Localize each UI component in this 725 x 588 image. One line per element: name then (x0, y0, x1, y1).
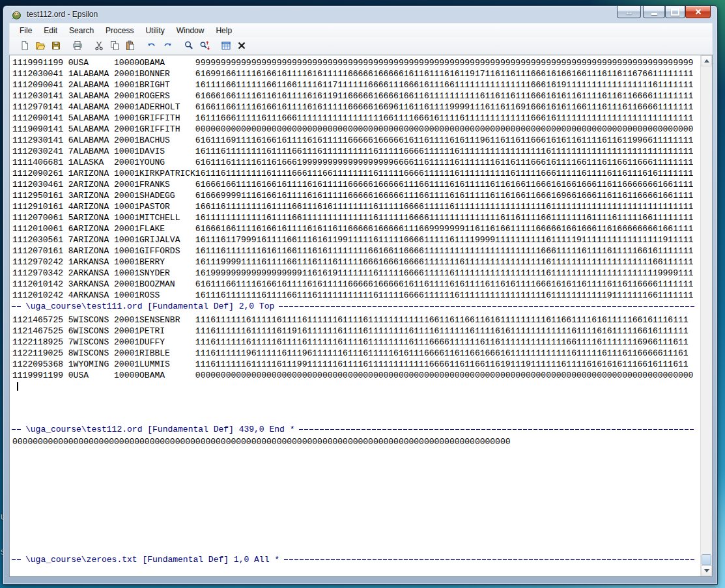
text-line: 1112030241 7ALABAMA 10001DAVIS 161116111… (12, 146, 700, 157)
modeline-dash-fill (299, 429, 694, 430)
buffer-window-zeroes[interactable]: 0000000000000000000000000000000000000000… (10, 435, 700, 554)
horizontal-arrows-icon: ↔ (625, 7, 633, 17)
text-line: 1112070061 5ARIZONA 10001MITCHELL 161111… (12, 212, 700, 223)
modeline-text: \uga_course\test112.ord [Fundamental Def… (25, 424, 294, 435)
undo-button[interactable] (145, 38, 159, 53)
text-line: 1119991199 0USA 10000OBAMA 9999999999999… (12, 57, 700, 68)
vertical-scrollbar[interactable] (700, 55, 712, 576)
menu-search[interactable]: Search (63, 25, 100, 36)
new-document-icon (20, 40, 30, 51)
save-file-button[interactable] (49, 38, 63, 53)
text-line: 1112950161 3ARIZONA 20001SHADEGG 6166699… (12, 190, 700, 201)
redo-button[interactable] (160, 38, 175, 53)
text-line: 1112090261 1ARIZONA 10001KIRKPATRICK1611… (12, 168, 700, 179)
text-line: 1112090041 2ALABAMA 10001BRIGHT 16111166… (12, 79, 700, 91)
copy-button[interactable] (107, 38, 122, 53)
menu-process[interactable]: Process (100, 25, 139, 36)
menu-window[interactable]: Window (171, 25, 210, 36)
buffer-window-test111[interactable]: 1119991199 0USA 10000OBAMA 9999999999999… (10, 55, 700, 301)
cut-icon (94, 40, 104, 51)
close-buffer-button[interactable] (235, 38, 249, 53)
toolbar (9, 37, 713, 55)
find-icon (184, 40, 194, 51)
modeline-dash-fill (284, 559, 694, 560)
resize-toggle-button[interactable]: ↔ (617, 6, 641, 18)
find-next-icon (199, 40, 210, 51)
save-icon (51, 40, 61, 51)
modeline-dash-fill (279, 306, 694, 307)
text-line: 1112030561 7ARIZONA 10001GRIJALVA 161116… (12, 234, 700, 245)
redo-icon (162, 40, 173, 51)
modeline-zeroes: \uga_course\zeroes.txt [Fundamental Def]… (10, 554, 700, 565)
text-line: 1122118925 7WISCONS 20001DUFFY 111611111… (12, 337, 700, 348)
print-icon (72, 40, 83, 51)
text-line: 1112070161 8ARIZONA 10001GIFFORDS 161116… (12, 245, 700, 257)
epsilon-app-icon (11, 9, 21, 20)
editor-panes[interactable]: 1119991199 0USA 10000OBAMA 9999999999999… (10, 55, 700, 576)
text-line: 1112010242 4ARKANSA 10001ROSS 1611161111… (12, 290, 700, 301)
text-line: 1122095368 1WYOMING 20001LUMMIS 11161111… (12, 359, 700, 370)
paste-icon (125, 40, 135, 51)
text-line: 1119090141 5ALABAMA 20001GRIFFITH 000000… (12, 124, 700, 135)
epsilon-window: test112.ord - Epsilon ↔ FileEditSearchPr… (3, 5, 718, 585)
text-line: 1112970242 1ARKANSA 10001BERRY 161119999… (12, 257, 700, 268)
menu-bar: FileEditSearchProcessUtilityWindowHelp (9, 23, 713, 37)
text-line: 1121467525 6WISCONS 20001PETRI 111611111… (12, 326, 700, 337)
text-line: 1119991199 0USA 10000OBAMA 0000000000000… (12, 370, 700, 381)
text-line: 1112010061 6ARIZONA 20001FLAKE 616661661… (12, 223, 700, 234)
cursor-line (12, 381, 700, 392)
modeline-dash (12, 429, 21, 430)
minimize-icon (651, 13, 657, 15)
buffer-window-test112[interactable]: 1121465725 5WISCONS 20001SENSENBR 111611… (10, 312, 700, 424)
editor-area: 1119991199 0USA 10000OBAMA 9999999999999… (9, 55, 713, 577)
modeline-text: \uga_course\zeroes.txt [Fundamental Def]… (25, 554, 279, 565)
text-line: 1112030041 1ALABAMA 20001BONNER 61699166… (12, 68, 700, 79)
text-line: 1112970342 2ARKANSA 10001SNYDER 16199999… (12, 268, 700, 279)
modeline-test112: \uga_course\test112.ord [Fundamental Def… (10, 424, 700, 435)
close-icon (694, 8, 702, 16)
close-x-icon (236, 40, 247, 51)
maximize-icon (671, 8, 679, 16)
arrow-down-icon (704, 569, 709, 572)
text-line: 1121465725 5WISCONS 20001SENSENBR 111611… (12, 315, 700, 326)
text-line: 1112030141 3ALABAMA 20001ROGERS 61666166… (12, 91, 700, 102)
editor-empty-space (10, 565, 700, 576)
modeline-dash (12, 306, 21, 307)
minimize-button[interactable] (643, 6, 665, 18)
undo-icon (147, 40, 157, 51)
cut-button[interactable] (92, 38, 106, 53)
title-bar[interactable]: test112.ord - Epsilon ↔ (3, 6, 717, 23)
maximize-button[interactable] (665, 6, 685, 18)
print-button[interactable] (70, 38, 85, 53)
close-button[interactable] (685, 6, 711, 18)
scroll-up-button[interactable] (701, 55, 712, 66)
open-folder-icon (35, 40, 46, 51)
copy-icon (109, 40, 120, 51)
menu-utility[interactable]: Utility (139, 25, 170, 36)
arrow-up-icon (704, 59, 709, 63)
text-line: 1112090141 5ALABAMA 10001GRIFFITH 161116… (12, 113, 700, 124)
text-line: 1112030461 2ARIZONA 20001FRANKS 61666166… (12, 179, 700, 190)
new-file-button[interactable] (18, 38, 32, 53)
paste-button[interactable] (123, 38, 137, 53)
text-line: 1112010142 3ARKANSA 20001BOOZMAN 6161116… (12, 279, 700, 290)
modeline-dash (12, 559, 21, 560)
scroll-down-button[interactable] (701, 565, 712, 576)
text-line: 1111406681 1ALASKA 20001YOUNG 6161116111… (12, 157, 700, 168)
modeline-text: \uga_course\test111.ord [Fundamental Def… (25, 301, 274, 312)
open-file-button[interactable] (33, 38, 48, 53)
buffer-list-icon (221, 40, 231, 51)
buffer-list-button[interactable] (219, 38, 233, 53)
text-line: 0000000000000000000000000000000000000000… (12, 436, 700, 447)
find-next-button[interactable] (197, 38, 212, 53)
menu-edit[interactable]: Edit (38, 25, 63, 36)
text-line: 1112970141 4ALABAMA 20001ADERHOLT 616611… (12, 102, 700, 113)
text-line: 1122119025 8WISCONS 20001RIBBLE 11161111… (12, 348, 700, 359)
menu-file[interactable]: File (14, 25, 38, 36)
text-cursor (17, 382, 18, 391)
find-button[interactable] (182, 38, 196, 53)
modeline-test111: \uga_course\test111.ord [Fundamental Def… (10, 301, 700, 312)
scrollbar-thumb[interactable] (702, 554, 711, 565)
menu-help[interactable]: Help (210, 25, 238, 36)
window-title: test112.ord - Epsilon (27, 10, 98, 19)
